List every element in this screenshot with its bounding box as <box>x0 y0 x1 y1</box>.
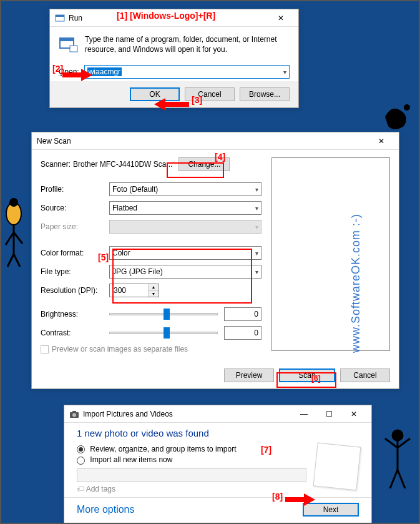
brightness-value[interactable]: 0 <box>224 307 261 321</box>
chevron-down-icon: ▾ <box>255 269 258 275</box>
browse-button[interactable]: Browse... <box>240 87 290 101</box>
scanner-label: Scanner: <box>41 160 71 169</box>
preview-button[interactable]: Preview <box>224 368 274 382</box>
svg-rect-4 <box>70 46 77 52</box>
import-heading: 1 new photo or video was found <box>77 428 359 438</box>
scan-form-column: Scanner: Brother MFC-J4410DW Sca... Chan… <box>41 157 261 358</box>
svg-rect-3 <box>60 38 74 41</box>
colorformat-label: Color format: <box>41 249 109 257</box>
radio-review-label: Review, organize, and group items to imp… <box>90 445 236 453</box>
colorformat-combo[interactable]: Color ▾ <box>109 246 261 260</box>
slider-thumb[interactable] <box>164 327 170 339</box>
doodle-top-right <box>379 98 416 136</box>
run-body-icon <box>59 34 79 56</box>
scan-button[interactable]: Scan <box>279 368 335 382</box>
resolution-label: Resolution (DPI): <box>41 286 109 295</box>
spinner-arrows[interactable]: ▲▼ <box>149 284 159 297</box>
filetype-combo[interactable]: JPG (JPG File) ▾ <box>109 265 261 279</box>
radio-import-all-label: Import all new items now <box>90 455 172 464</box>
profile-value: Foto (Default) <box>112 185 158 194</box>
new-scan-dialog: New Scan ✕ Scanner: Brother MFC-J4410DW … <box>31 132 399 389</box>
change-button[interactable]: Change... <box>178 157 230 171</box>
scanner-value: Brother MFC-J4410DW Sca... <box>73 160 172 169</box>
chevron-down-icon: ▾ <box>255 224 258 230</box>
open-label: Open: <box>59 67 79 76</box>
svg-point-12 <box>9 198 18 207</box>
source-value: Flatbed <box>112 204 137 212</box>
source-combo[interactable]: Flatbed ▾ <box>109 201 261 215</box>
papersize-combo: ▾ <box>109 220 261 234</box>
papersize-label: Paper size: <box>41 222 109 231</box>
brightness-slider[interactable] <box>109 313 218 315</box>
import-name-field <box>77 468 306 482</box>
import-body: 1 new photo or video was found Review, o… <box>64 423 371 497</box>
run-description: Type the name of a program, folder, docu… <box>85 34 290 54</box>
ok-button[interactable]: OK <box>130 87 180 101</box>
more-options-link[interactable]: More options <box>77 504 135 515</box>
contrast-value[interactable]: 0 <box>224 326 261 340</box>
close-icon[interactable]: ✕ <box>369 134 394 149</box>
brightness-label: Brightness: <box>41 310 109 319</box>
tag-icon: 🏷 <box>77 485 84 493</box>
run-dialog: Run ✕ Type the name of a program, folder… <box>49 9 299 108</box>
svg-point-6 <box>72 413 76 417</box>
run-body: Type the name of a program, folder, docu… <box>50 27 298 81</box>
run-title: Run <box>69 14 82 22</box>
scan-preview-pane <box>271 157 390 351</box>
close-icon[interactable]: ✕ <box>268 11 293 26</box>
scan-body: Scanner: Brother MFC-J4410DW Sca... Chan… <box>32 150 399 362</box>
cancel-button[interactable]: Cancel <box>185 87 235 101</box>
svg-rect-1 <box>56 15 64 17</box>
resolution-spinner[interactable]: 300 ▲▼ <box>109 284 159 297</box>
maximize-icon[interactable]: ☐ <box>316 407 341 422</box>
filetype-value: JPG (JPG File) <box>112 267 163 276</box>
resolution-value: 300 <box>110 284 149 297</box>
next-button[interactable]: Next <box>303 503 359 517</box>
source-label: Source: <box>41 204 109 212</box>
thumbnail-placeholder <box>313 443 361 491</box>
svg-point-13 <box>404 104 410 111</box>
filetype-label: File type: <box>41 267 109 276</box>
svg-rect-7 <box>72 411 76 413</box>
scan-title: New Scan <box>37 137 71 146</box>
scan-titlebar: New Scan ✕ <box>32 132 399 150</box>
chevron-down-icon: ▾ <box>255 250 258 257</box>
run-button-row: OK Cancel Browse... <box>50 81 298 107</box>
slider-thumb[interactable] <box>164 309 170 320</box>
chevron-down-icon: ▾ <box>255 186 258 193</box>
profile-combo[interactable]: Foto (Default) ▾ <box>109 182 261 196</box>
contrast-label: Contrast: <box>41 329 109 337</box>
colorformat-value: Color <box>112 249 130 257</box>
import-title: Import Pictures and Videos <box>83 410 173 418</box>
camera-icon <box>69 409 79 419</box>
doodle-bottom-right <box>379 426 416 495</box>
scan-cancel-button[interactable]: Cancel <box>340 368 390 382</box>
import-dialog: Import Pictures and Videos — ☐ ✕ 1 new p… <box>64 405 372 524</box>
preview-checkbox-label: Preview or scan images as separate files <box>52 345 188 353</box>
open-value: wiaacmgr <box>87 67 122 76</box>
open-combobox[interactable]: wiaacmgr ▾ <box>84 65 290 79</box>
radio-review[interactable] <box>77 445 85 453</box>
scan-button-row: Preview Scan Cancel <box>32 362 399 388</box>
import-footer: More options Next <box>64 497 371 524</box>
svg-point-14 <box>393 430 403 440</box>
close-icon[interactable]: ✕ <box>341 407 366 422</box>
radio-import-all[interactable] <box>77 457 85 465</box>
scanner-row: Scanner: Brother MFC-J4410DW Sca... Chan… <box>41 157 261 171</box>
minimize-icon[interactable]: — <box>291 407 316 422</box>
contrast-slider[interactable] <box>109 332 218 334</box>
import-titlebar: Import Pictures and Videos — ☐ ✕ <box>64 405 371 423</box>
run-icon <box>55 13 65 23</box>
run-titlebar: Run ✕ <box>50 9 298 27</box>
add-tags-label: Add tags <box>86 485 115 493</box>
chevron-down-icon: ▾ <box>255 205 258 212</box>
preview-checkbox <box>41 345 49 353</box>
chevron-down-icon: ▾ <box>283 69 286 76</box>
profile-label: Profile: <box>41 185 109 194</box>
doodle-left <box>2 195 29 270</box>
